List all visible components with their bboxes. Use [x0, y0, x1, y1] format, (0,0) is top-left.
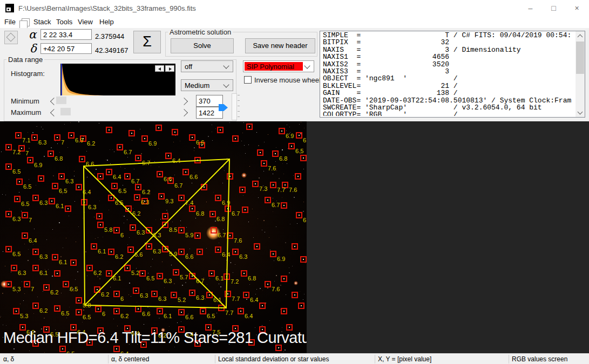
star-hfd-label: 5.9 [169, 251, 177, 257]
trackbar-tick [238, 111, 240, 112]
star-hfd-label: 7.6 [272, 286, 280, 292]
solve-button[interactable]: Solve [171, 38, 234, 53]
star-hfd-label: 6.7 [142, 160, 150, 166]
scrollbar-thumb[interactable] [576, 42, 584, 74]
star-hfd-label: 6.3 [12, 216, 21, 222]
inverse-mouse-wheel-label: Inverse mouse wheel [254, 76, 321, 84]
window-title: F:\Users\Berna\Images\Stack_32bits_33fra… [18, 4, 196, 12]
star-hfd-label: 6.5 [295, 148, 303, 154]
star-hfd-label: 6.4 [83, 189, 91, 195]
status-divider [375, 355, 375, 363]
star-hfd-label: 6.5 [23, 183, 31, 190]
star-hfd-label: 7.7 [232, 296, 240, 302]
histogram-right-button[interactable] [165, 65, 174, 72]
star-hfd-label: 6.2 [115, 253, 123, 260]
menu-view[interactable]: View [78, 18, 93, 26]
trackbar-tick [238, 106, 240, 106]
menu-file[interactable]: File [4, 18, 16, 26]
solver-model-combobox[interactable]: SIP Polynomial [243, 60, 314, 72]
star-hfd-label: 6.3 [153, 248, 161, 255]
annotation-combobox[interactable]: off [181, 60, 233, 72]
status-xy-pixel: X, Y = [pixel value] [378, 355, 431, 363]
star-hfd-label: 6.2 [303, 137, 307, 143]
stack-icon [22, 18, 30, 26]
image-background-filler [307, 121, 589, 353]
scroll-up-button[interactable] [576, 31, 585, 40]
star-hfd-label: 8.5 [169, 226, 177, 233]
status-rgb-values: RGB values screen [512, 355, 567, 363]
star-hfd-label: 6.6 [164, 176, 172, 182]
star-hfd-label: 6.4 [222, 251, 230, 258]
maximum-label: Maximum [11, 108, 41, 116]
scroll-down-button[interactable] [576, 108, 585, 117]
annotation-combobox-value: off [185, 63, 192, 71]
star-hfd-label: 6.5 [83, 314, 91, 320]
star-hfd-label: 6.1 [98, 248, 106, 255]
star-hfd-label: 7.1 [22, 137, 30, 143]
star-hfd-label: 6.2 [132, 210, 140, 217]
menu-tools[interactable]: Tools [56, 18, 72, 26]
fits-header-text[interactable]: SIMPLE = T / C# FITS: 09/04/2019 00:54: … [323, 32, 574, 116]
dec-input[interactable] [40, 43, 92, 54]
app-window: F:\Users\Berna\Images\Stack_32bits_33fra… [0, 0, 589, 364]
star-field-image[interactable]: Median HFD=6.4 Tilt=11% Stars=281 Curvat… [0, 121, 307, 353]
status-deviation: Local standard deviation or star values [218, 355, 329, 363]
maximize-button[interactable]: □ [541, 0, 566, 16]
star-hfd-label: 6.7 [174, 182, 182, 189]
status-radec-centered: α, δ centered [111, 355, 149, 363]
star-hfd-label: 6.4 [29, 237, 37, 244]
star-hfd-label: 5.8 [104, 226, 112, 233]
histogram-left-button[interactable] [155, 65, 164, 72]
range-trackbar[interactable] [232, 93, 237, 120]
status-radec: α, δ [3, 355, 14, 363]
star-hfd-label: 5.7 [180, 274, 188, 280]
star-hfd-label: 6.8 [196, 210, 204, 217]
star-hfd-label: 5.3 [12, 286, 21, 292]
star-hfd-label: 6.1 [56, 203, 64, 209]
chevron-down-icon [223, 81, 229, 87]
star-hfd-label: 6.2 [87, 140, 95, 147]
orientation-button[interactable] [4, 31, 18, 44]
star-hfd-label: 6.2 [120, 313, 128, 319]
star-hfd-label: 7.7 [225, 310, 233, 316]
star-hfd-label: 6.3 [65, 178, 73, 184]
star-hfd-label: 6.4 [250, 297, 258, 303]
star-hfd-label: 6.7 [131, 178, 139, 184]
star-hfd-label: 6.7 [124, 149, 132, 155]
star-hfd-label: 6.3 [39, 253, 48, 260]
star-hfd-label: 6.7 [196, 278, 204, 284]
close-button[interactable]: × [565, 0, 589, 16]
star-hfd-label: 6.5 [12, 251, 21, 257]
minimum-label: Minimum [11, 97, 39, 105]
fits-header-scrollbar[interactable] [576, 31, 585, 117]
star-hfd-label: 6.4 [113, 174, 121, 180]
star-hfd-label: 7 [25, 150, 29, 156]
minimize-button[interactable]: – [518, 0, 543, 16]
menu-stack[interactable]: Stack [33, 18, 51, 26]
star-hfd-label: 6 [120, 232, 124, 238]
minimum-slider-thumb[interactable] [56, 97, 66, 104]
star-hfd-label: 6.3 [239, 253, 247, 260]
star-hfd-label: 5.3 [20, 313, 28, 319]
star-hfd-label: 6.8 [216, 216, 225, 222]
fits-header-panel[interactable]: SIMPLE = T / C# FITS: 09/04/2019 00:54: … [320, 31, 585, 118]
stack-sigma-button[interactable]: Σ [133, 31, 161, 53]
save-new-header-button[interactable]: Save new header [245, 38, 315, 53]
star-hfd-label: 6.3 [153, 232, 161, 238]
star-hfd-label: 6.3 [141, 199, 149, 205]
ra-input[interactable] [40, 29, 92, 40]
star-hfd-label: 6.5 [207, 313, 215, 319]
inverse-mouse-wheel-checkbox[interactable] [244, 76, 252, 84]
star-hfd-label: 7.3 [259, 186, 267, 192]
solver-model-value: SIP Polynomial [247, 63, 294, 71]
star-hfd-label: 7.6 [268, 165, 276, 171]
menu-help[interactable]: Help [99, 18, 114, 26]
chevron-up-icon [578, 35, 583, 40]
star-hfd-label: 5.2 [131, 270, 139, 276]
star-hfd-label: 6.1 [113, 275, 121, 281]
maximum-slider-thumb[interactable] [60, 108, 71, 115]
stretch-combobox[interactable]: Medium [181, 79, 233, 91]
star-hfd-label: 7.2 [12, 149, 21, 155]
star-hfd-label: 6.3 [140, 292, 148, 299]
star-hfd-label: 6.2 [93, 270, 101, 276]
